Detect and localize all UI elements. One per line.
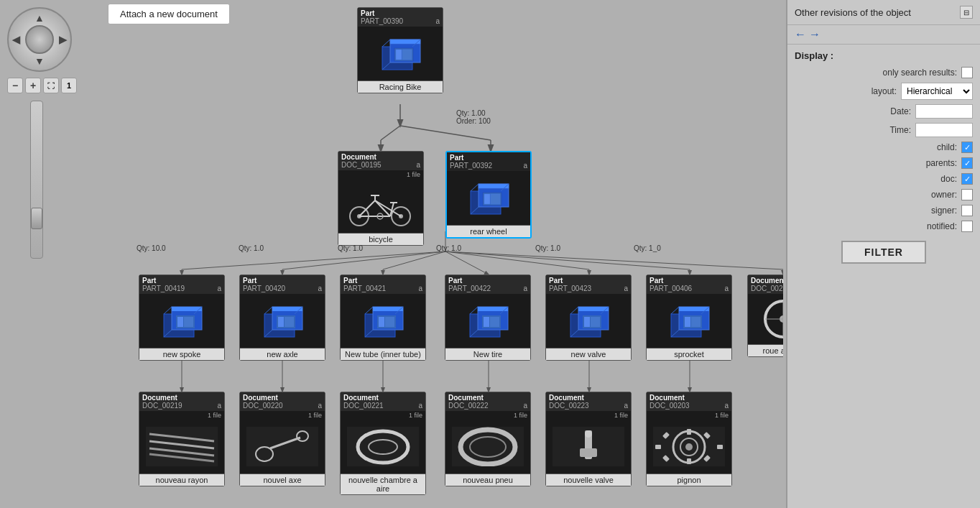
date-input[interactable]: [915, 104, 973, 119]
card-id: DOC_002: [751, 285, 782, 292]
svg-rect-90: [484, 317, 489, 327]
panel-header: Other revisions of the object ⊟: [787, 0, 980, 25]
zoom-fullscreen-button[interactable]: ⛶: [43, 78, 59, 93]
node-rear-wheel[interactable]: Part PART_00392 a rear wheel: [445, 151, 532, 239]
zoom-slider-handle[interactable]: [31, 208, 42, 229]
node-doc-bicycle[interactable]: Document DOC_00195 a 1 file: [338, 151, 424, 246]
card-id: PART_00422: [448, 285, 491, 292]
svg-rect-137: [687, 429, 691, 435]
node-racing-bike[interactable]: Part PART_00390 a Racing Bike: [357, 7, 443, 93]
svg-rect-140: [717, 445, 723, 449]
svg-line-95: [570, 307, 578, 314]
nav-left-arrow[interactable]: ◀: [12, 34, 20, 45]
nav-down-arrow[interactable]: ▼: [34, 55, 45, 67]
date-label: Date:: [890, 106, 911, 116]
svg-rect-139: [655, 445, 661, 449]
card-rev: a: [523, 285, 527, 292]
card-type: Document: [243, 394, 278, 402]
card-label: New tube (inner tube): [341, 348, 425, 360]
node-doc-valve[interactable]: Document DOC_00223 a 1 file nouvelle val…: [545, 392, 632, 486]
node-doc-nouveau-rayon[interactable]: Document DOC_00219 a 1 file nouveau rayo…: [139, 392, 225, 486]
row-layout: layout: Hierarchical: [795, 83, 973, 100]
nav-up-arrow[interactable]: ▲: [34, 12, 45, 24]
card-rev: a: [523, 162, 527, 170]
card-rev: a: [418, 285, 422, 292]
card-label: nouvelle valve: [546, 474, 631, 486]
edge-label-innertube: Qty: 1.0: [338, 244, 363, 252]
owner-checkbox[interactable]: [961, 189, 973, 200]
child-label: child:: [937, 142, 957, 152]
zoom-slider[interactable]: [30, 101, 43, 259]
node-doc-pneu[interactable]: Document DOC_00222 a 1 file nouveau pneu: [445, 392, 531, 486]
node-new-tire[interactable]: Part PART_00422 a New tire: [445, 274, 531, 361]
navigation-control[interactable]: ▲ ▼ ◀ ▶: [7, 7, 72, 72]
card-label: sprocket: [647, 348, 731, 360]
only-search-checkbox[interactable]: [961, 67, 973, 78]
svg-line-13: [445, 251, 589, 269]
card-rev: a: [724, 285, 729, 292]
card-id: PART_00423: [549, 285, 591, 292]
zoom-out-button[interactable]: −: [7, 78, 23, 93]
card-id: PART_00419: [142, 285, 185, 292]
edge-label-axle: Qty: 1.0: [239, 244, 264, 252]
time-input[interactable]: [915, 123, 973, 137]
card-id: PART_00420: [243, 285, 285, 292]
signer-checkbox[interactable]: [961, 205, 973, 216]
svg-line-68: [264, 307, 272, 314]
card-thumbnail: [139, 420, 224, 474]
panel-minimize-button[interactable]: ⊟: [960, 6, 973, 19]
svg-line-86: [470, 307, 478, 314]
node-doc-roue[interactable]: Document DOC_002 roue arriere: [747, 274, 783, 357]
svg-line-28: [382, 40, 390, 47]
row-notified: notified:: [795, 221, 973, 232]
card-rev: a: [416, 161, 420, 169]
card-thumbnail: [341, 420, 425, 474]
panel-nav-forward[interactable]: →: [809, 28, 820, 41]
card-thumbnail: [445, 294, 530, 348]
card-label: nouveau pneu: [445, 474, 530, 486]
card-rev: a: [217, 285, 221, 292]
card-thumbnail: [338, 179, 423, 233]
node-new-valve[interactable]: Part PART_00423 a new valve: [545, 274, 632, 361]
filter-button[interactable]: FILTER: [841, 241, 926, 264]
row-child: child:: [795, 142, 973, 153]
svg-rect-81: [379, 317, 384, 327]
card-id: DOC_00221: [343, 402, 384, 410]
attach-new-document-button[interactable]: Attach a new document: [108, 4, 230, 24]
card-id: DOC_00223: [549, 402, 589, 410]
node-sprocket[interactable]: Part PART_00406 a sprocket: [646, 274, 732, 361]
card-type: Part: [650, 277, 663, 285]
card-thumbnail: [748, 294, 783, 344]
node-doc-nouvel-axe[interactable]: Document DOC_00220 a 1 file nouvel axe: [239, 392, 325, 486]
card-thumbnail: [546, 294, 631, 348]
signer-label: signer:: [931, 205, 957, 216]
card-rev: a: [724, 402, 729, 410]
parents-checkbox[interactable]: [961, 157, 973, 169]
row-time: Time:: [795, 123, 973, 137]
svg-line-12: [445, 251, 489, 274]
edge-label-tire: Qty: 1.0: [436, 244, 461, 252]
card-label: nouvel axe: [240, 474, 325, 486]
node-new-spoke[interactable]: Part PART_00419 a new spoke: [139, 274, 225, 361]
owner-label: owner:: [931, 190, 957, 200]
node-new-axle[interactable]: Part PART_00420 a new axle: [239, 274, 325, 361]
doc-label: doc:: [940, 174, 957, 184]
card-type: Document: [549, 394, 584, 402]
child-checkbox[interactable]: [961, 142, 973, 153]
zoom-in-button[interactable]: +: [25, 78, 41, 93]
panel-nav-back[interactable]: ←: [795, 28, 806, 41]
card-thumbnail: [445, 420, 530, 474]
node-doc-pignon[interactable]: Document DOC_00203 a 1 file: [646, 392, 732, 486]
nav-right-arrow[interactable]: ▶: [59, 34, 67, 45]
doc-checkbox[interactable]: [961, 173, 973, 185]
node-inner-tube[interactable]: Part PART_00421 a New tube (inner tube): [340, 274, 426, 361]
svg-line-38: [359, 200, 375, 216]
zoom-level-indicator: 1: [61, 78, 77, 93]
layout-select[interactable]: Hierarchical: [901, 83, 973, 100]
card-type: Document: [341, 153, 376, 161]
svg-point-136: [685, 443, 693, 451]
node-doc-chambre[interactable]: Document DOC_00221 a 1 file nouvelle cha…: [340, 392, 426, 495]
notified-checkbox[interactable]: [961, 221, 973, 232]
parents-label: parents:: [926, 158, 957, 168]
svg-line-77: [365, 307, 373, 314]
